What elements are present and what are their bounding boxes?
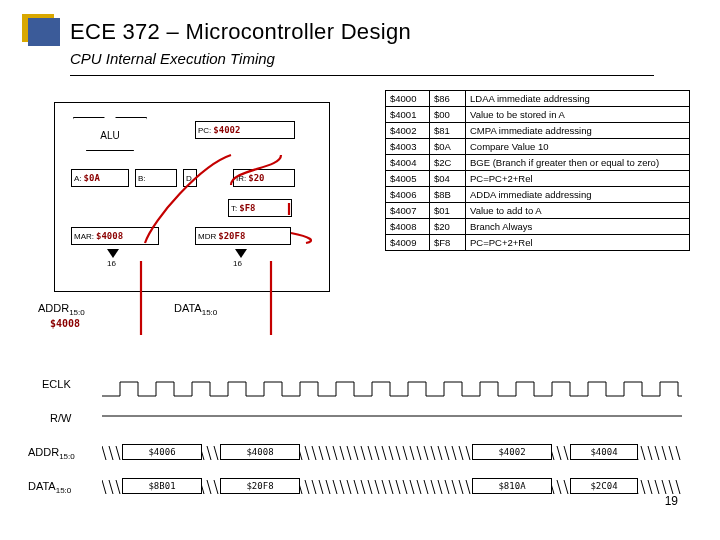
data-bus-label: DATA15:0 xyxy=(174,302,217,317)
svg-line-78 xyxy=(641,446,645,460)
rw-label: R/W xyxy=(50,412,71,424)
svg-line-1 xyxy=(102,446,106,460)
mdr-width: 16 xyxy=(233,259,242,268)
memory-cell: $2C xyxy=(430,155,466,171)
memory-cell: $F8 xyxy=(430,235,466,251)
svg-line-123 xyxy=(375,480,379,494)
memory-cell: LDAA immediate addressing xyxy=(466,91,690,107)
memory-cell: $4003 xyxy=(386,139,430,155)
bus-value: $4006 xyxy=(122,444,202,460)
mar-register: MAR:$4008 xyxy=(71,227,159,245)
memory-cell: $0A xyxy=(430,139,466,155)
svg-line-116 xyxy=(326,480,330,494)
memory-cell: $4000 xyxy=(386,91,430,107)
memory-cell: PC=PC+2+Rel xyxy=(466,235,690,251)
svg-line-125 xyxy=(389,480,393,494)
svg-line-66 xyxy=(557,446,561,460)
memory-cell: $4006 xyxy=(386,187,430,203)
memory-cell: ADDA immediate addressing xyxy=(466,187,690,203)
svg-line-82 xyxy=(669,446,673,460)
memory-cell: $8B xyxy=(430,187,466,203)
svg-line-17 xyxy=(214,446,218,460)
ir-register: IR:$20 xyxy=(233,169,295,187)
svg-line-32 xyxy=(319,446,323,460)
bus-value: $4008 xyxy=(220,444,300,460)
svg-line-161 xyxy=(641,480,645,494)
memory-cell: $4007 xyxy=(386,203,430,219)
svg-line-45 xyxy=(410,446,414,460)
slide-logo xyxy=(28,18,60,46)
svg-line-163 xyxy=(655,480,659,494)
svg-line-34 xyxy=(333,446,337,460)
memory-row: $4002$81CMPA immediate addressing xyxy=(386,123,690,139)
svg-line-79 xyxy=(648,446,652,460)
rw-wave xyxy=(102,412,682,434)
svg-line-114 xyxy=(312,480,316,494)
svg-line-2 xyxy=(109,446,113,460)
svg-line-41 xyxy=(382,446,386,460)
memory-cell: $4008 xyxy=(386,219,430,235)
page-number: 19 xyxy=(665,494,678,508)
svg-line-16 xyxy=(207,446,211,460)
memory-row: $4007$01Value to add to A xyxy=(386,203,690,219)
svg-line-136 xyxy=(466,480,470,494)
svg-line-118 xyxy=(340,480,344,494)
svg-line-31 xyxy=(312,446,316,460)
svg-line-129 xyxy=(417,480,421,494)
memory-row: $4005$04PC=PC+2+Rel xyxy=(386,171,690,187)
svg-line-39 xyxy=(368,446,372,460)
memory-row: $4003$0ACompare Value 10 xyxy=(386,139,690,155)
svg-line-80 xyxy=(655,446,659,460)
memory-cell: Branch Always xyxy=(466,219,690,235)
memory-cell: $4004 xyxy=(386,155,430,171)
svg-line-38 xyxy=(361,446,365,460)
svg-line-131 xyxy=(431,480,435,494)
svg-line-164 xyxy=(662,480,666,494)
svg-line-150 xyxy=(564,480,568,494)
memory-row: $4008$20Branch Always xyxy=(386,219,690,235)
memory-table: $4000$86LDAA immediate addressing$4001$0… xyxy=(385,90,690,251)
svg-line-83 xyxy=(676,446,680,460)
d-register: D xyxy=(183,169,197,187)
addr-bus-value: $4008 xyxy=(50,318,80,329)
svg-line-149 xyxy=(557,480,561,494)
memory-row: $4006$8BADDA immediate addressing xyxy=(386,187,690,203)
memory-row: $4001$00Value to be stored in A xyxy=(386,107,690,123)
bus-value: $4004 xyxy=(570,444,638,460)
svg-line-49 xyxy=(438,446,442,460)
bus-value: $8B01 xyxy=(122,478,202,494)
svg-line-3 xyxy=(116,446,120,460)
svg-line-124 xyxy=(382,480,386,494)
mdr-register: MDR$20F8 xyxy=(195,227,291,245)
mar-width: 16 xyxy=(107,259,116,268)
svg-line-52 xyxy=(459,446,463,460)
memory-cell: $81 xyxy=(430,123,466,139)
memory-cell: $4001 xyxy=(386,107,430,123)
mdr-driver-icon xyxy=(235,249,247,258)
svg-line-120 xyxy=(354,480,358,494)
memory-cell: BGE (Branch if greater then or equal to … xyxy=(466,155,690,171)
svg-line-166 xyxy=(676,480,680,494)
bus-value: $810A xyxy=(472,478,552,494)
divider xyxy=(70,75,654,76)
svg-line-126 xyxy=(396,480,400,494)
addr-timing-label: ADDR15:0 xyxy=(28,446,75,461)
svg-line-162 xyxy=(648,480,652,494)
svg-line-33 xyxy=(326,446,330,460)
memory-cell: Value to be stored in A xyxy=(466,107,690,123)
svg-line-119 xyxy=(347,480,351,494)
svg-line-86 xyxy=(116,480,120,494)
data-timing-label: DATA15:0 xyxy=(28,480,71,495)
svg-line-35 xyxy=(340,446,344,460)
svg-line-122 xyxy=(368,480,372,494)
addr-bus-label: ADDR15:0 xyxy=(38,302,85,317)
svg-line-100 xyxy=(214,480,218,494)
memory-cell: $20 xyxy=(430,219,466,235)
svg-line-53 xyxy=(466,446,470,460)
svg-line-130 xyxy=(424,480,428,494)
svg-line-99 xyxy=(207,480,211,494)
eclk-wave xyxy=(102,378,682,400)
a-register: A:$0A xyxy=(71,169,129,187)
svg-line-46 xyxy=(417,446,421,460)
svg-line-42 xyxy=(389,446,393,460)
